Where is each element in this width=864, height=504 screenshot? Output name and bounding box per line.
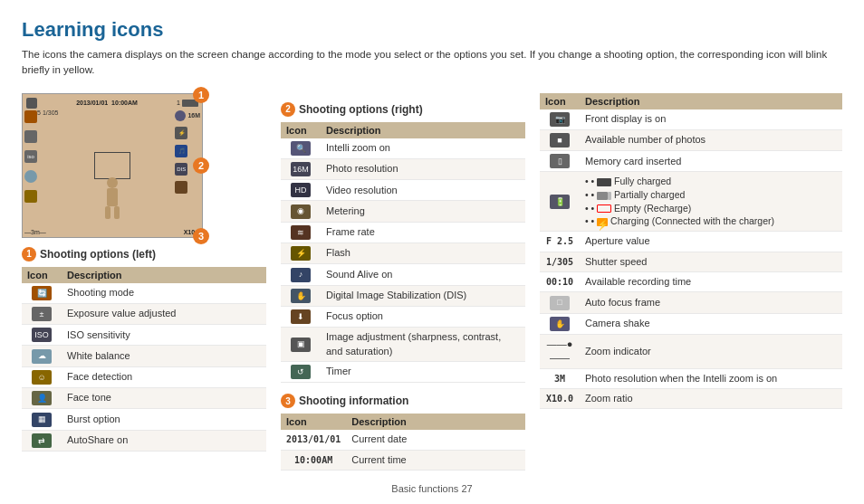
icon-cell: 00:10 (540, 271, 580, 291)
desc-cell: Intelli zoom on (321, 138, 525, 159)
desc-cell: Zoom indicator (580, 334, 842, 368)
section2-table: Icon Description 🔍Intelli zoom on16MPhot… (281, 122, 525, 384)
right-table: Icon Description 📷Front display is on■Av… (540, 93, 842, 410)
desc-cell: Metering (321, 201, 525, 222)
section1-title: Shooting options (left) (40, 248, 156, 261)
icon-cell: ISO (22, 325, 62, 346)
aperture-icon: F 2.5 (546, 236, 573, 246)
table-row: 3MPhoto resolution when the Intelli zoom… (540, 368, 842, 388)
table-row: X10.0Zoom ratio (540, 389, 842, 409)
table-row: ±Exposure value adjusted (22, 303, 266, 324)
section1-num: 1 (22, 247, 36, 262)
section2-header: 2 Shooting options (right) (281, 102, 525, 117)
desc-cell: Timer (321, 361, 525, 382)
cam-icon-r2: ⚡ (175, 127, 187, 139)
cam-icon-3: iso (24, 150, 37, 163)
battery-partial: • Partially charged (585, 188, 837, 202)
camera-section: 2013/01/01 10:00AM 1 F 2.5 1/305 iso (22, 93, 266, 452)
desc-cell: Aperture value (580, 232, 842, 252)
camera-top-bar: 2013/01/01 10:00AM 1 (26, 98, 198, 109)
white-balance-icon: ☁ (32, 349, 52, 364)
icon-cell: ↺ (281, 361, 321, 382)
icon-cell: ♪ (281, 264, 321, 285)
table-row: ♪Sound Alive on (281, 264, 525, 285)
table-row: 00:10Available recording time (540, 271, 842, 291)
icon-cell: 🔋 (540, 172, 580, 232)
face-tone-icon: 👤 (32, 391, 52, 405)
icon-cell: 👤 (22, 387, 62, 408)
intro-text: The icons the camera displays on the scr… (22, 47, 842, 79)
face-detection-icon: ☺ (32, 370, 52, 385)
badge-2: 2 (193, 157, 209, 174)
icon-cell: 2013/01/01 (281, 430, 346, 450)
right-th-icon: Icon (540, 93, 580, 109)
exposure-icon: ± (32, 307, 52, 321)
section2-th-icon: Icon (281, 122, 321, 138)
zoom-indicator-icon: ——●—— (547, 338, 573, 363)
table-row: ≋Frame rate (281, 222, 525, 242)
desc-cell: ISO sensitivity (62, 325, 266, 346)
table-row: ⚡Flash (281, 242, 525, 263)
icon-cell: 📷 (540, 109, 580, 130)
icon-cell: 3M (540, 368, 580, 388)
cam-icon-1 (24, 110, 37, 123)
icon-cell: 🔍 (281, 138, 321, 159)
desc-cell: Current date (346, 430, 525, 450)
section1-th-icon: Icon (22, 267, 62, 283)
svg-rect-3 (114, 206, 120, 219)
table-row: □Auto focus frame (540, 292, 842, 313)
icon-cell: ▦ (22, 409, 62, 430)
cam-steps: —3m— (24, 229, 46, 235)
desc-cell: Sound Alive on (321, 264, 525, 285)
table-row: 👤Face tone (22, 387, 266, 408)
battery-empty: • Empty (Recharge) (585, 202, 837, 215)
icon-cell: ——●—— (540, 334, 580, 368)
zoom-ratio-icon: X10.0 (546, 394, 573, 404)
cam-icon-r1 (175, 110, 186, 121)
table-row: ☁White balance (22, 346, 266, 366)
table-row: ISOISO sensitivity (22, 325, 266, 346)
icon-cell: 🔄 (22, 283, 62, 304)
cam-icon-4 (24, 170, 37, 183)
table-row: 1/305Shutter speed (540, 252, 842, 271)
intelli-res-icon: 3M (554, 374, 565, 384)
desc-cell: Auto focus frame (580, 292, 842, 313)
desc-cell: Photo resolution when the Intelli zoom i… (580, 368, 842, 388)
desc-cell: AutoShare on (62, 430, 266, 451)
icon-cell: ■ (540, 129, 580, 150)
desc-cell: Camera shake (580, 313, 842, 334)
zoom-area: 16M (175, 110, 200, 121)
shutter-icon: 1/305 (546, 257, 573, 267)
desc-cell: • Fully charged • Partially charged • Em… (580, 172, 842, 232)
icon-cell: ⇄ (22, 430, 62, 451)
cam-icon-2 (24, 130, 37, 143)
desc-cell: Shooting mode (62, 283, 266, 304)
icon-cell: ☺ (22, 366, 62, 387)
camera-exposure: F 2.5 1/305 (26, 109, 198, 116)
table-row: ▦Burst option (22, 409, 266, 430)
icon-cell: HD (281, 180, 321, 201)
iso-icon: ISO (32, 328, 52, 342)
section1-header: 1 Shooting options (left) (22, 247, 266, 262)
icon-cell: 10:00AM (281, 450, 346, 470)
intelli-zoom-icon: 🔍 (291, 141, 311, 156)
figure-silhouette (100, 176, 125, 221)
middle-section: 2 Shooting options (right) Icon Descript… (281, 93, 525, 471)
table-row: 16MPhoto resolution (281, 158, 525, 179)
table-row: 10:00AMCurrent time (281, 450, 525, 470)
right-section: Icon Description 📷Front display is on■Av… (540, 93, 842, 410)
icon-cell: ± (22, 303, 62, 324)
right-th-desc: Description (580, 93, 842, 109)
table-row: F 2.5Aperture value (540, 232, 842, 252)
page-title: Learning icons (22, 18, 842, 42)
icon-cell: ✋ (281, 285, 321, 306)
desc-cell: Zoom ratio (580, 389, 842, 409)
icon-cell: ≋ (281, 222, 321, 242)
desc-cell: Available number of photos (580, 129, 842, 150)
camera-preview-wrapper: 2013/01/01 10:00AM 1 F 2.5 1/305 iso (22, 93, 212, 238)
battery-charging: • ⚡ Charging (Connected with the charger… (585, 214, 837, 228)
section3-th-icon: Icon (281, 414, 346, 430)
desc-cell: Photo resolution (321, 158, 525, 179)
shooting-mode-icon: 🔄 (32, 286, 52, 300)
section1-th-desc: Description (62, 267, 266, 283)
